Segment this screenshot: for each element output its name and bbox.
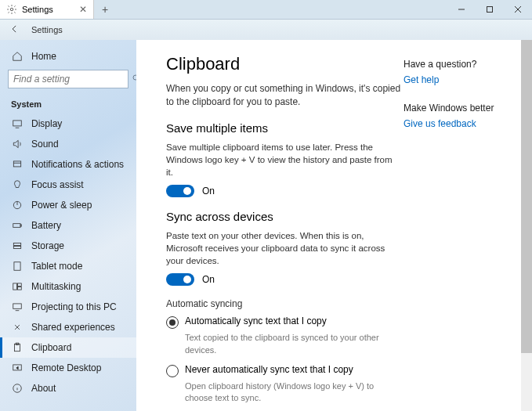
clipboard-icon	[11, 341, 24, 354]
sidebar-item-shared[interactable]: Shared experiences	[0, 317, 136, 337]
sidebar-item-battery[interactable]: Battery	[0, 215, 136, 236]
sidebar-item-projecting[interactable]: Projecting to this PC	[0, 297, 136, 317]
sidebar-item-tablet-mode[interactable]: Tablet mode	[0, 256, 136, 276]
sound-icon	[11, 138, 24, 150]
sidebar-search	[8, 70, 128, 88]
sidebar-item-multitasking[interactable]: Multitasking	[0, 276, 136, 297]
radio-subtext: Text copied to the clipboard is synced t…	[185, 332, 404, 356]
sidebar-item-label: Multitasking	[31, 281, 81, 292]
search-input[interactable]	[13, 74, 132, 85]
sidebar-item-label: Home	[31, 51, 56, 62]
browser-tab[interactable]: Settings ✕	[0, 0, 94, 19]
svg-rect-17	[14, 262, 20, 271]
multitasking-icon	[11, 280, 24, 293]
sidebar-item-label: Power & sleep	[31, 200, 92, 211]
sidebar-item-sound[interactable]: Sound	[0, 134, 136, 154]
storage-icon	[11, 240, 24, 252]
svg-rect-15	[13, 243, 20, 246]
tablet-icon	[11, 260, 24, 272]
sidebar-item-label: Clipboard	[31, 342, 71, 353]
sync-heading: Sync across devices	[166, 210, 404, 223]
svg-rect-9	[13, 161, 20, 167]
tab-label: Settings	[22, 5, 53, 14]
notifications-icon	[11, 158, 24, 171]
svg-rect-20	[18, 287, 22, 290]
settings-gear-icon	[6, 4, 17, 15]
radio-icon	[166, 316, 179, 329]
scrollbar[interactable]	[521, 40, 532, 411]
new-tab-button[interactable]: +	[94, 0, 116, 19]
toggle-switch-icon	[166, 273, 194, 286]
sidebar-item-label: Sound	[31, 139, 59, 150]
toggle-label: On	[202, 186, 215, 196]
sidebar-item-label: Shared experiences	[31, 322, 115, 333]
scrollbar-thumb[interactable]	[521, 40, 532, 353]
window-controls	[447, 0, 532, 19]
close-window-button[interactable]	[504, 0, 532, 19]
sidebar-item-power-sleep[interactable]: Power & sleep	[0, 195, 136, 215]
sidebar-item-about[interactable]: About	[0, 378, 136, 398]
sidebar-item-label: Battery	[31, 220, 61, 231]
get-help-link[interactable]: Get help	[404, 74, 505, 85]
shared-icon	[11, 321, 24, 333]
radio-never-sync[interactable]: Never automatically sync text that I cop…	[166, 364, 404, 377]
display-icon	[11, 117, 24, 130]
save-toggle[interactable]: On	[166, 185, 404, 197]
minimize-button[interactable]	[447, 0, 476, 19]
svg-rect-13	[13, 224, 20, 228]
radio-label: Never automatically sync text that I cop…	[185, 364, 353, 375]
home-icon	[11, 50, 24, 63]
svg-rect-21	[13, 304, 22, 308]
sidebar-item-clipboard[interactable]: Clipboard	[0, 337, 136, 358]
main-column: Clipboard When you copy or cut something…	[166, 54, 404, 403]
remote-desktop-icon	[11, 362, 24, 374]
radio-subtext: Open clipboard history (Windows logo key…	[185, 380, 404, 405]
svg-rect-7	[13, 121, 22, 126]
svg-rect-16	[13, 247, 20, 249]
toolbar-title: Settings	[31, 25, 63, 34]
sidebar-item-storage[interactable]: Storage	[0, 236, 136, 256]
sidebar: Home System Display Sound Notifications …	[0, 40, 136, 411]
sidebar-item-label: Remote Desktop	[31, 362, 101, 373]
sidebar-item-label: Projecting to this PC	[31, 301, 117, 312]
sidebar-item-label: Focus assist	[31, 179, 84, 190]
content-area: Clipboard When you copy or cut something…	[136, 40, 521, 411]
sync-desc: Paste text on your other devices. When t…	[166, 229, 401, 267]
svg-rect-14	[20, 225, 21, 226]
sidebar-item-focus-assist[interactable]: Focus assist	[0, 175, 136, 195]
sync-toggle[interactable]: On	[166, 273, 404, 286]
page-lead: When you copy or cut something in Window…	[166, 82, 401, 109]
svg-rect-2	[487, 7, 493, 13]
close-tab-icon[interactable]: ✕	[79, 4, 87, 15]
focus-assist-icon	[11, 178, 24, 191]
svg-rect-19	[18, 283, 22, 287]
projecting-icon	[11, 301, 24, 313]
svg-point-0	[10, 8, 13, 11]
save-desc: Save multiple clipboard items to use lat…	[166, 141, 401, 178]
radio-label: Automatically sync text that I copy	[185, 315, 327, 326]
search-box[interactable]	[8, 70, 128, 88]
sidebar-item-notifications[interactable]: Notifications & actions	[0, 154, 136, 175]
back-button[interactable]	[9, 23, 20, 36]
radio-auto-sync[interactable]: Automatically sync text that I copy	[166, 315, 404, 329]
sidebar-item-label: About	[31, 383, 56, 394]
toggle-label: On	[202, 274, 215, 285]
auto-sync-subhead: Automatic syncing	[166, 298, 404, 309]
rail-feedback-head: Make Windows better	[404, 103, 505, 114]
sidebar-item-remote-desktop[interactable]: Remote Desktop	[0, 358, 136, 378]
sidebar-item-label: Display	[31, 118, 62, 129]
sidebar-home[interactable]: Home	[0, 46, 136, 67]
save-heading: Save multiple items	[166, 121, 404, 135]
sidebar-category: System	[0, 92, 136, 114]
sidebar-item-display[interactable]: Display	[0, 114, 136, 134]
help-rail: Have a question? Get help Make Windows b…	[404, 54, 505, 403]
browser-titlebar: Settings ✕ +	[0, 0, 532, 20]
sidebar-item-label: Notifications & actions	[31, 159, 124, 170]
power-icon	[11, 199, 24, 211]
svg-rect-18	[13, 283, 17, 290]
feedback-link[interactable]: Give us feedback	[404, 118, 505, 129]
maximize-button[interactable]	[476, 0, 504, 19]
radio-icon	[166, 365, 179, 377]
battery-icon	[11, 219, 24, 232]
rail-question-head: Have a question?	[404, 59, 505, 70]
